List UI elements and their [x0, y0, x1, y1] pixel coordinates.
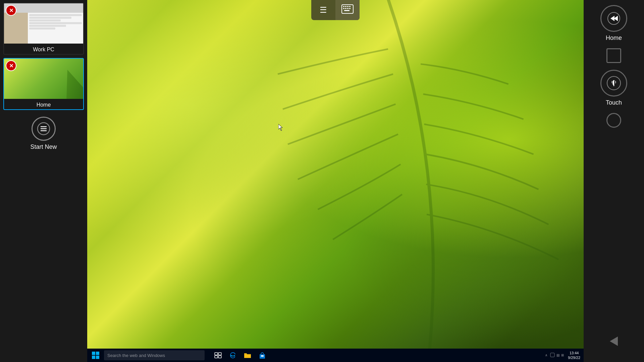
svg-rect-7 — [347, 6, 348, 7]
svg-rect-12 — [349, 8, 351, 9]
store-button[interactable] — [256, 349, 269, 362]
circle-nav-button[interactable] — [606, 113, 621, 128]
svg-rect-25 — [550, 353, 554, 357]
keyboard-button[interactable] — [335, 0, 360, 20]
svg-rect-6 — [345, 6, 346, 7]
session-work-pc[interactable]: ✕ Work PC — [3, 3, 84, 55]
svg-rect-9 — [343, 8, 344, 9]
start-new-label: Start New — [30, 143, 57, 150]
close-work-pc-button[interactable]: ✕ — [6, 5, 16, 16]
svg-point-33 — [613, 80, 614, 81]
touch-nav-button[interactable]: Touch — [600, 70, 627, 106]
svg-rect-10 — [345, 8, 346, 9]
svg-rect-19 — [218, 353, 221, 355]
taskbar-right: ∧ ▤ ⊞ 13:44 9/29/22 — [545, 351, 584, 360]
task-view-button[interactable] — [211, 349, 225, 362]
home-nav-label: Home — [606, 35, 622, 42]
back-nav-button[interactable] — [606, 334, 621, 349]
svg-text:▤: ▤ — [556, 353, 559, 357]
svg-rect-11 — [347, 8, 348, 9]
svg-text:⊞: ⊞ — [561, 353, 564, 357]
touch-nav-label: Touch — [606, 99, 622, 106]
touch-nav-icon — [600, 70, 627, 97]
square-nav-button[interactable] — [606, 48, 621, 63]
svg-rect-23 — [261, 355, 264, 357]
svg-marker-34 — [610, 337, 618, 346]
svg-rect-8 — [349, 6, 351, 7]
desktop-background — [87, 0, 584, 349]
svg-rect-18 — [215, 353, 218, 355]
keyboard-icon — [341, 4, 354, 16]
start-menu-button[interactable] — [87, 349, 104, 362]
home-label: Home — [4, 99, 83, 110]
svg-text:∧: ∧ — [545, 353, 547, 357]
edge-button[interactable] — [226, 349, 239, 362]
taskbar-date-text: 9/29/22 — [568, 355, 580, 360]
taskbar-time-text: 13:44 — [570, 351, 579, 355]
menu-icon: ☰ — [320, 5, 327, 15]
svg-rect-15 — [96, 352, 99, 355]
home-nav-button[interactable]: Home — [600, 5, 627, 42]
home-nav-icon — [600, 5, 627, 32]
leaf-background — [87, 0, 584, 349]
system-tray-icons: ∧ ▤ ⊞ — [545, 352, 565, 359]
right-sidebar: Home Touch — [584, 0, 644, 362]
taskbar-search-text: Search the web and Windows — [107, 353, 165, 358]
top-toolbar: ☰ — [311, 0, 360, 20]
svg-rect-20 — [215, 356, 218, 358]
session-home[interactable]: ✕ Home — [3, 58, 84, 110]
svg-rect-21 — [218, 356, 221, 358]
taskbar-search[interactable]: Search the web and Windows — [104, 350, 205, 360]
svg-rect-5 — [343, 6, 344, 7]
main-content: ☰ — [87, 0, 584, 362]
taskbar-clock: 13:44 9/29/22 — [568, 351, 580, 360]
left-sidebar: ✕ Work PC ✕ — [0, 0, 87, 362]
close-home-button[interactable]: ✕ — [6, 60, 16, 71]
svg-rect-14 — [92, 352, 95, 355]
taskbar: Search the web and Windows — [87, 349, 584, 362]
svg-rect-16 — [92, 356, 95, 359]
file-explorer-button[interactable] — [241, 349, 254, 362]
menu-button[interactable]: ☰ — [311, 0, 335, 20]
start-new-icon — [32, 117, 56, 141]
svg-rect-13 — [344, 10, 350, 11]
work-pc-label: Work PC — [4, 44, 83, 55]
start-new-button[interactable]: Start New — [30, 117, 57, 150]
taskbar-apps — [211, 349, 269, 362]
svg-rect-17 — [96, 356, 99, 359]
